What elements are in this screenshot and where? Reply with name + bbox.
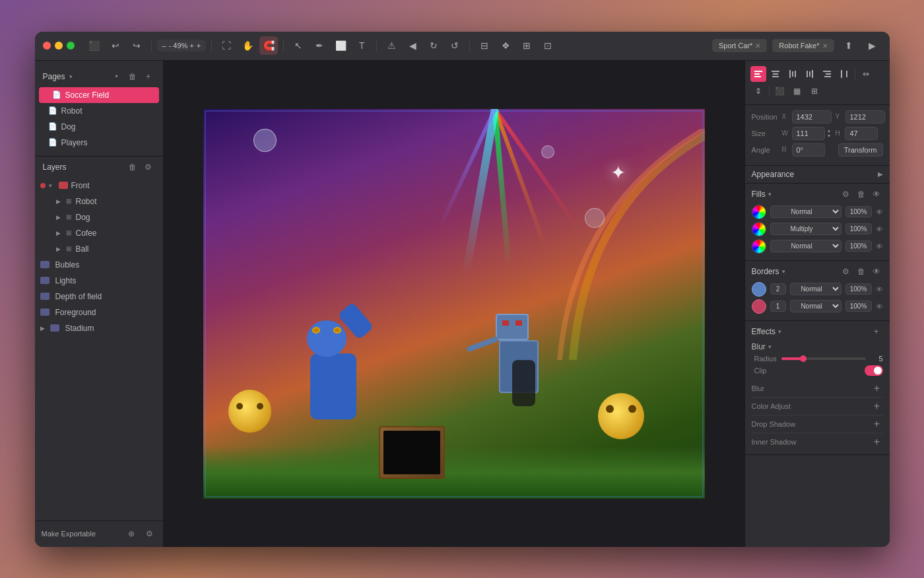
style-button[interactable]: ⊡	[539, 36, 557, 55]
fills-settings-icon[interactable]: ⚙	[840, 188, 853, 201]
layer-stadium[interactable]: ▶ Stadium	[35, 320, 163, 336]
export-button[interactable]: ⬆	[840, 36, 858, 55]
refresh-ccw-button[interactable]: ↺	[446, 36, 464, 55]
border-swatch-2[interactable]	[752, 299, 766, 314]
layer-ball[interactable]: ▶ ⊞ Ball	[35, 241, 163, 257]
align-left-btn[interactable]	[750, 66, 766, 82]
fills-eye-icon[interactable]: 👁	[870, 188, 883, 201]
shape-tool-button[interactable]: ⬜	[331, 36, 350, 55]
layer-front[interactable]: ▾ Front	[35, 178, 163, 194]
dist-v-btn[interactable]: ⇕	[750, 83, 766, 99]
fill-eye-1[interactable]: 👁	[876, 208, 883, 216]
tab-robot-fake-close-icon[interactable]: ✕	[822, 42, 828, 50]
pages-delete-btn[interactable]: 🗑	[126, 70, 139, 83]
align-center-btn[interactable]	[768, 66, 783, 82]
add-blur-btn[interactable]: +	[871, 382, 883, 394]
effects-add-btn[interactable]: +	[870, 325, 883, 338]
add-inner-shadow-btn[interactable]: +	[871, 436, 883, 448]
select-tool-button[interactable]: ↖	[289, 36, 308, 55]
fill-blend-2[interactable]: MultiplyNormal	[770, 223, 842, 235]
maximize-button[interactable]	[67, 42, 75, 50]
exportable-add-icon[interactable]: ⊕	[125, 527, 138, 540]
x-input[interactable]	[792, 110, 832, 124]
fills-delete-icon[interactable]: 🗑	[855, 188, 868, 201]
mask-button[interactable]: ⊟	[475, 36, 494, 55]
borders-eye-icon[interactable]: 👁	[870, 265, 883, 278]
border-size-1[interactable]	[770, 283, 786, 295]
page-item-dog[interactable]: 📄 Dog	[35, 119, 163, 135]
warning-button[interactable]: ⚠	[382, 36, 401, 55]
w-input[interactable]	[792, 127, 825, 140]
add-color-adjust-btn[interactable]: +	[871, 400, 883, 412]
arrange-2-btn[interactable]: ▦	[789, 83, 805, 99]
layer-robot[interactable]: ▶ ⊞ Robot	[35, 194, 163, 209]
play-button[interactable]: ▶	[863, 36, 882, 55]
y-input[interactable]	[845, 110, 885, 124]
zoom-control[interactable]: – - 49% + +	[157, 40, 207, 52]
layer-cofee[interactable]: ▶ ⊞ Cofee	[35, 225, 163, 241]
pages-dot-btn[interactable]: •	[110, 70, 123, 83]
borders-settings-icon[interactable]: ⚙	[840, 265, 853, 278]
layer-depth-of-field[interactable]: Depth of field	[35, 289, 163, 305]
appearance-header[interactable]: Appearance ▶	[752, 170, 883, 179]
tab-sport-car-close-icon[interactable]: ✕	[755, 42, 760, 50]
layer-dog[interactable]: ▶ ⊞ Dog	[35, 209, 163, 225]
blur-clip-toggle[interactable]	[865, 365, 883, 376]
borders-delete-icon[interactable]: 🗑	[855, 265, 868, 278]
save-button[interactable]: ⬛	[85, 36, 104, 55]
symbol-button[interactable]: ⊞	[517, 36, 536, 55]
close-button[interactable]	[43, 42, 51, 50]
fill-swatch-2[interactable]	[752, 222, 766, 236]
r-input[interactable]	[792, 143, 825, 157]
page-item-players[interactable]: 📄 Players	[35, 135, 163, 151]
fill-blend-3[interactable]: Normal	[770, 240, 842, 252]
arrange-3-btn[interactable]: ⊞	[807, 83, 822, 99]
canvas-area[interactable]: ✦	[164, 61, 744, 547]
layer-foreground[interactable]: Foreground	[35, 305, 163, 320]
fill-swatch-3[interactable]	[752, 239, 766, 254]
fill-blend-1[interactable]: NormalMultiplyScreen	[770, 205, 842, 218]
border-blend-2[interactable]: Normal	[790, 300, 842, 312]
align-right-btn[interactable]	[819, 66, 835, 82]
page-item-robot[interactable]: 📄 Robot	[35, 103, 163, 119]
fill-eye-2[interactable]: 👁	[876, 225, 883, 233]
border-swatch-1[interactable]	[752, 282, 766, 297]
layers-delete-btn[interactable]: 🗑	[126, 161, 139, 174]
tab-sport-car[interactable]: Sport Car* ✕	[712, 39, 767, 52]
exportable-settings-icon[interactable]: ⚙	[143, 527, 156, 540]
layer-bubles[interactable]: Bubles	[35, 257, 163, 273]
undo-button[interactable]: ↩	[106, 36, 125, 55]
align-vcenter-btn[interactable]	[802, 66, 818, 82]
text-tool-button[interactable]: T	[352, 36, 371, 55]
zoom-minus-icon[interactable]: –	[162, 42, 166, 50]
border-eye-1[interactable]: 👁	[876, 285, 883, 293]
tab-robot-fake[interactable]: Robot Fake* ✕	[772, 39, 834, 52]
components-button[interactable]: ❖	[496, 36, 515, 55]
fill-eye-3[interactable]: 👁	[876, 242, 883, 250]
hand-tool-button[interactable]: ✋	[238, 36, 257, 55]
refresh-cw-button[interactable]: ↻	[424, 36, 443, 55]
arrange-1-btn[interactable]: ⬛	[772, 83, 788, 99]
fullscreen-button[interactable]: ⛶	[217, 36, 236, 55]
page-item-soccer-field[interactable]: 📄 Soccer Field	[39, 87, 159, 103]
layers-settings-btn[interactable]: ⚙	[142, 161, 155, 174]
h-input[interactable]	[845, 127, 878, 140]
blur-radius-slider[interactable]	[781, 357, 866, 360]
redo-button[interactable]: ↪	[127, 36, 146, 55]
layer-lights[interactable]: Lights	[35, 273, 163, 289]
minimize-button[interactable]	[55, 42, 63, 50]
add-drop-shadow-btn[interactable]: +	[871, 418, 883, 430]
border-eye-2[interactable]: 👁	[876, 303, 883, 310]
border-blend-1[interactable]: Normal	[790, 283, 842, 295]
align-bottom-btn[interactable]	[836, 66, 852, 82]
border-size-2[interactable]	[770, 301, 786, 312]
magnet-tool-button[interactable]: 🧲	[259, 36, 278, 55]
size-stepper-btn[interactable]: ▲ ▼	[827, 128, 832, 138]
fill-swatch-1[interactable]	[752, 205, 766, 219]
back-button[interactable]: ◀	[403, 36, 422, 55]
dist-h-btn[interactable]: ⇔	[858, 66, 874, 82]
transform-button[interactable]: Transform	[838, 143, 883, 157]
pages-add-btn[interactable]: +	[142, 70, 155, 83]
align-top-btn[interactable]	[785, 66, 801, 82]
zoom-plus-icon[interactable]: +	[197, 42, 201, 50]
